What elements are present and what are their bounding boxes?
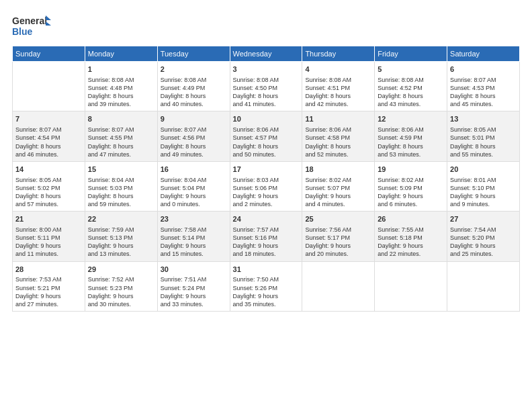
svg-text:General: General xyxy=(12,15,47,26)
day-info: Sunrise: 8:00 AM Sunset: 5:11 PM Dayligh… xyxy=(15,226,82,259)
calendar-cell: 8Sunrise: 8:07 AM Sunset: 4:55 PM Daylig… xyxy=(85,111,157,161)
header: GeneralBlue xyxy=(12,12,520,39)
day-number: 15 xyxy=(88,165,154,175)
day-number: 12 xyxy=(378,114,444,124)
calendar-cell: 7Sunrise: 8:07 AM Sunset: 4:54 PM Daylig… xyxy=(13,111,85,161)
calendar-cell: 27Sunrise: 7:54 AM Sunset: 5:20 PM Dayli… xyxy=(447,212,520,261)
day-info: Sunrise: 7:56 AM Sunset: 5:17 PM Dayligh… xyxy=(305,226,371,259)
day-number: 18 xyxy=(305,165,371,175)
calendar-cell: 3Sunrise: 8:08 AM Sunset: 4:50 PM Daylig… xyxy=(230,62,302,111)
calendar-cell: 28Sunrise: 7:53 AM Sunset: 5:21 PM Dayli… xyxy=(13,261,85,311)
day-number: 3 xyxy=(233,64,300,75)
day-info: Sunrise: 8:07 AM Sunset: 4:54 PM Dayligh… xyxy=(15,126,82,158)
day-number: 16 xyxy=(161,165,227,175)
calendar-cell: 15Sunrise: 8:04 AM Sunset: 5:03 PM Dayli… xyxy=(85,161,157,211)
calendar-table: SundayMondayTuesdayWednesdayThursdayFrid… xyxy=(12,46,520,312)
weekday-header-row: SundayMondayTuesdayWednesdayThursdayFrid… xyxy=(13,46,520,62)
calendar-cell: 29Sunrise: 7:52 AM Sunset: 5:23 PM Dayli… xyxy=(85,261,157,311)
calendar-cell: 6Sunrise: 8:07 AM Sunset: 4:53 PM Daylig… xyxy=(447,62,520,111)
day-info: Sunrise: 8:08 AM Sunset: 4:49 PM Dayligh… xyxy=(161,76,227,109)
calendar-cell: 26Sunrise: 7:55 AM Sunset: 5:18 PM Dayli… xyxy=(375,212,447,261)
day-info: Sunrise: 8:08 AM Sunset: 4:48 PM Dayligh… xyxy=(88,76,154,109)
day-info: Sunrise: 8:07 AM Sunset: 4:53 PM Dayligh… xyxy=(450,76,517,109)
day-info: Sunrise: 8:01 AM Sunset: 5:10 PM Dayligh… xyxy=(450,176,517,209)
weekday-header-friday: Friday xyxy=(375,46,447,62)
day-info: Sunrise: 8:04 AM Sunset: 5:04 PM Dayligh… xyxy=(161,176,227,209)
svg-text:Blue: Blue xyxy=(12,26,33,37)
logo: GeneralBlue xyxy=(12,12,52,39)
calendar-cell: 31Sunrise: 7:50 AM Sunset: 5:26 PM Dayli… xyxy=(230,261,302,311)
calendar-cell: 11Sunrise: 8:06 AM Sunset: 4:58 PM Dayli… xyxy=(302,111,375,161)
day-info: Sunrise: 7:55 AM Sunset: 5:18 PM Dayligh… xyxy=(378,226,444,259)
calendar-cell: 2Sunrise: 8:08 AM Sunset: 4:49 PM Daylig… xyxy=(157,62,230,111)
calendar-cell: 14Sunrise: 8:05 AM Sunset: 5:02 PM Dayli… xyxy=(13,161,85,211)
calendar-cell: 13Sunrise: 8:05 AM Sunset: 5:01 PM Dayli… xyxy=(447,111,520,161)
calendar-cell: 17Sunrise: 8:03 AM Sunset: 5:06 PM Dayli… xyxy=(230,161,302,211)
weekday-header-monday: Monday xyxy=(85,46,157,62)
weekday-header-saturday: Saturday xyxy=(447,46,520,62)
calendar-cell: 22Sunrise: 7:59 AM Sunset: 5:13 PM Dayli… xyxy=(85,212,157,261)
day-number: 8 xyxy=(88,114,154,124)
day-info: Sunrise: 8:07 AM Sunset: 4:55 PM Dayligh… xyxy=(88,126,154,158)
day-number: 10 xyxy=(233,114,300,124)
day-info: Sunrise: 8:06 AM Sunset: 4:59 PM Dayligh… xyxy=(378,126,444,158)
day-info: Sunrise: 8:06 AM Sunset: 4:57 PM Dayligh… xyxy=(233,126,300,158)
calendar-cell: 1Sunrise: 8:08 AM Sunset: 4:48 PM Daylig… xyxy=(85,62,157,111)
calendar-cell: 30Sunrise: 7:51 AM Sunset: 5:24 PM Dayli… xyxy=(157,261,230,311)
weekday-header-sunday: Sunday xyxy=(13,46,85,62)
week-row-1: 1Sunrise: 8:08 AM Sunset: 4:48 PM Daylig… xyxy=(13,62,520,111)
day-number: 11 xyxy=(305,114,371,124)
day-number: 7 xyxy=(15,114,82,124)
day-info: Sunrise: 7:53 AM Sunset: 5:21 PM Dayligh… xyxy=(15,275,82,308)
day-info: Sunrise: 8:02 AM Sunset: 5:09 PM Dayligh… xyxy=(378,176,444,209)
calendar-cell xyxy=(13,62,85,111)
day-number: 21 xyxy=(15,214,82,224)
calendar-cell: 24Sunrise: 7:57 AM Sunset: 5:16 PM Dayli… xyxy=(230,212,302,261)
day-info: Sunrise: 8:03 AM Sunset: 5:06 PM Dayligh… xyxy=(233,176,300,209)
day-number: 1 xyxy=(88,64,154,75)
calendar-cell: 12Sunrise: 8:06 AM Sunset: 4:59 PM Dayli… xyxy=(375,111,447,161)
calendar-cell: 16Sunrise: 8:04 AM Sunset: 5:04 PM Dayli… xyxy=(157,161,230,211)
calendar-cell: 25Sunrise: 7:56 AM Sunset: 5:17 PM Dayli… xyxy=(302,212,375,261)
day-number: 2 xyxy=(161,64,227,75)
day-info: Sunrise: 8:08 AM Sunset: 4:50 PM Dayligh… xyxy=(233,76,300,109)
day-info: Sunrise: 8:05 AM Sunset: 5:01 PM Dayligh… xyxy=(450,126,517,158)
day-info: Sunrise: 8:08 AM Sunset: 4:51 PM Dayligh… xyxy=(305,76,371,109)
calendar-cell: 4Sunrise: 8:08 AM Sunset: 4:51 PM Daylig… xyxy=(302,62,375,111)
calendar-cell: 20Sunrise: 8:01 AM Sunset: 5:10 PM Dayli… xyxy=(447,161,520,211)
day-number: 17 xyxy=(233,165,300,175)
weekday-header-wednesday: Wednesday xyxy=(230,46,302,62)
weekday-header-tuesday: Tuesday xyxy=(157,46,230,62)
day-number: 27 xyxy=(450,214,517,224)
main-container: GeneralBlue SundayMondayTuesdayWednesday… xyxy=(0,0,532,411)
calendar-cell xyxy=(375,261,447,311)
day-info: Sunrise: 7:58 AM Sunset: 5:14 PM Dayligh… xyxy=(161,226,227,259)
day-info: Sunrise: 8:02 AM Sunset: 5:07 PM Dayligh… xyxy=(305,176,371,209)
day-number: 26 xyxy=(378,214,444,224)
day-number: 29 xyxy=(88,265,154,275)
weekday-header-thursday: Thursday xyxy=(302,46,375,62)
week-row-3: 14Sunrise: 8:05 AM Sunset: 5:02 PM Dayli… xyxy=(13,161,520,211)
day-info: Sunrise: 8:04 AM Sunset: 5:03 PM Dayligh… xyxy=(88,176,154,209)
day-info: Sunrise: 7:50 AM Sunset: 5:26 PM Dayligh… xyxy=(233,275,300,308)
week-row-2: 7Sunrise: 8:07 AM Sunset: 4:54 PM Daylig… xyxy=(13,111,520,161)
day-info: Sunrise: 8:05 AM Sunset: 5:02 PM Dayligh… xyxy=(15,176,82,209)
day-info: Sunrise: 7:51 AM Sunset: 5:24 PM Dayligh… xyxy=(161,275,227,308)
calendar-cell xyxy=(302,261,375,311)
day-number: 4 xyxy=(305,64,371,75)
logo-svg: GeneralBlue xyxy=(12,12,52,39)
day-info: Sunrise: 8:06 AM Sunset: 4:58 PM Dayligh… xyxy=(305,126,371,158)
day-number: 31 xyxy=(233,265,300,275)
day-number: 24 xyxy=(233,214,300,224)
day-number: 23 xyxy=(161,214,227,224)
day-number: 6 xyxy=(450,64,517,75)
calendar-cell xyxy=(447,261,520,311)
day-number: 19 xyxy=(378,165,444,175)
week-row-5: 28Sunrise: 7:53 AM Sunset: 5:21 PM Dayli… xyxy=(13,261,520,311)
calendar-cell: 10Sunrise: 8:06 AM Sunset: 4:57 PM Dayli… xyxy=(230,111,302,161)
day-number: 25 xyxy=(305,214,371,224)
day-number: 22 xyxy=(88,214,154,224)
calendar-cell: 19Sunrise: 8:02 AM Sunset: 5:09 PM Dayli… xyxy=(375,161,447,211)
day-info: Sunrise: 7:52 AM Sunset: 5:23 PM Dayligh… xyxy=(88,275,154,308)
day-info: Sunrise: 7:59 AM Sunset: 5:13 PM Dayligh… xyxy=(88,226,154,259)
